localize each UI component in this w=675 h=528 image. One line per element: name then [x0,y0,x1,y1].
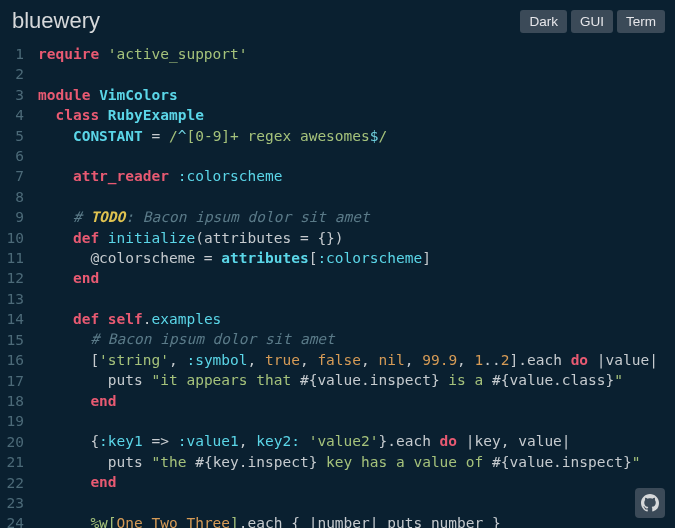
line-number: 19 [0,411,24,431]
code-editor: 123456789101112131415161718192021222324 … [0,44,675,528]
code-line: def self.examples [38,309,658,329]
code-line: module VimColors [38,85,658,105]
line-number: 24 [0,513,24,528]
code-line: attr_reader :colorscheme [38,166,658,186]
line-number: 7 [0,166,24,186]
code-line: %w[One Two Three].each { |number| puts n… [38,513,658,528]
line-number: 5 [0,126,24,146]
code-line: require 'active_support' [38,44,658,64]
line-number: 15 [0,330,24,350]
line-number: 18 [0,391,24,411]
header: bluewery Dark GUI Term [0,0,675,44]
code-line: class RubyExample [38,105,658,125]
code-line: {:key1 => :value1, key2: 'value2'}.each … [38,431,658,451]
term-button[interactable]: Term [617,10,665,33]
line-number: 3 [0,85,24,105]
code-line: puts "it appears that #{value.inspect} i… [38,370,658,390]
dark-button[interactable]: Dark [520,10,567,33]
code-line: ['string', :symbol, true, false, nil, 99… [38,350,658,370]
line-number: 9 [0,207,24,227]
line-number: 20 [0,432,24,452]
code-line: end [38,268,658,288]
code-line: end [38,472,658,492]
code-line: def initialize(attributes = {}) [38,228,658,248]
code-line: # Bacon ipsum dolor sit amet [38,329,658,349]
line-number: 22 [0,473,24,493]
line-number: 8 [0,187,24,207]
line-number: 21 [0,452,24,472]
code-line [38,289,658,309]
view-buttons: Dark GUI Term [520,10,665,33]
line-number-gutter: 123456789101112131415161718192021222324 [0,44,32,528]
line-number: 12 [0,268,24,288]
line-number: 2 [0,64,24,84]
code-line: # TODO: Bacon ipsum dolor sit amet [38,207,658,227]
line-number: 1 [0,44,24,64]
github-link[interactable] [635,488,665,518]
code-line [38,187,658,207]
gui-button[interactable]: GUI [571,10,613,33]
line-number: 11 [0,248,24,268]
code-line: puts "the #{key.inspect} key has a value… [38,452,658,472]
code-content[interactable]: require 'active_support' module VimColor… [32,44,658,528]
code-line [38,146,658,166]
line-number: 23 [0,493,24,513]
code-line: end [38,391,658,411]
github-icon [641,494,659,512]
line-number: 6 [0,146,24,166]
scheme-title: bluewery [12,8,100,34]
line-number: 13 [0,289,24,309]
code-line [38,493,658,513]
code-line: @colorscheme = attributes[:colorscheme] [38,248,658,268]
line-number: 10 [0,228,24,248]
line-number: 17 [0,371,24,391]
code-line [38,64,658,84]
line-number: 14 [0,309,24,329]
code-line: CONSTANT = /^[0-9]+ regex awesomes$/ [38,126,658,146]
line-number: 16 [0,350,24,370]
code-line [38,411,658,431]
line-number: 4 [0,105,24,125]
